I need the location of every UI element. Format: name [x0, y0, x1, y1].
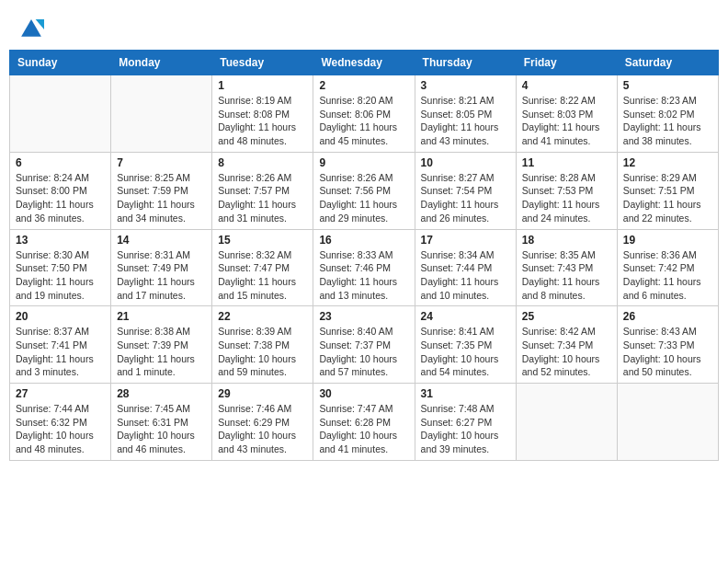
week-row-4: 20Sunrise: 8:37 AMSunset: 7:41 PMDayligh…	[10, 306, 719, 384]
day-info: Sunrise: 7:48 AMSunset: 6:27 PMDaylight:…	[421, 402, 510, 456]
day-info: Sunrise: 8:20 AMSunset: 8:06 PMDaylight:…	[319, 94, 408, 148]
day-info: Sunrise: 8:21 AMSunset: 8:05 PMDaylight:…	[421, 94, 510, 148]
calendar-cell	[10, 75, 111, 153]
day-info: Sunrise: 8:33 AMSunset: 7:46 PMDaylight:…	[319, 248, 408, 303]
calendar-cell: 4Sunrise: 8:22 AMSunset: 8:03 PMDaylight…	[516, 75, 617, 153]
calendar-header: SundayMondayTuesdayWednesdayThursdayFrid…	[10, 51, 719, 75]
calendar-cell: 19Sunrise: 8:36 AMSunset: 7:42 PMDayligh…	[617, 229, 718, 306]
calendar-cell: 1Sunrise: 8:19 AMSunset: 8:08 PMDaylight…	[212, 75, 313, 153]
calendar-cell: 31Sunrise: 7:48 AMSunset: 6:27 PMDayligh…	[415, 384, 516, 461]
day-info: Sunrise: 8:41 AMSunset: 7:35 PMDaylight:…	[421, 325, 510, 379]
calendar-cell: 6Sunrise: 8:24 AMSunset: 8:00 PMDaylight…	[10, 152, 111, 229]
header	[0, 0, 728, 50]
calendar-body: 1Sunrise: 8:19 AMSunset: 8:08 PMDaylight…	[10, 75, 719, 461]
day-info: Sunrise: 8:36 AMSunset: 7:42 PMDaylight:…	[623, 248, 712, 303]
calendar-table: SundayMondayTuesdayWednesdayThursdayFrid…	[9, 50, 719, 461]
day-header-saturday: Saturday	[617, 51, 718, 75]
calendar-cell: 9Sunrise: 8:26 AMSunset: 7:56 PMDaylight…	[313, 152, 415, 229]
day-info: Sunrise: 8:27 AMSunset: 7:54 PMDaylight:…	[421, 171, 510, 225]
day-info: Sunrise: 8:22 AMSunset: 8:03 PMDaylight:…	[522, 94, 611, 148]
calendar-cell: 21Sunrise: 8:38 AMSunset: 7:39 PMDayligh…	[111, 306, 212, 384]
calendar-cell: 14Sunrise: 8:31 AMSunset: 7:49 PMDayligh…	[111, 229, 212, 306]
calendar-cell: 17Sunrise: 8:34 AMSunset: 7:44 PMDayligh…	[415, 229, 516, 306]
day-number: 6	[16, 156, 105, 169]
day-info: Sunrise: 8:43 AMSunset: 7:33 PMDaylight:…	[623, 325, 712, 379]
day-info: Sunrise: 8:32 AMSunset: 7:47 PMDaylight:…	[218, 248, 307, 303]
day-number: 7	[117, 156, 206, 169]
calendar-cell: 5Sunrise: 8:23 AMSunset: 8:02 PMDaylight…	[617, 75, 718, 153]
calendar-cell: 12Sunrise: 8:29 AMSunset: 7:51 PMDayligh…	[617, 152, 718, 229]
week-row-2: 6Sunrise: 8:24 AMSunset: 8:00 PMDaylight…	[10, 152, 719, 229]
day-number: 8	[218, 156, 307, 169]
day-number: 9	[319, 156, 408, 169]
day-info: Sunrise: 8:38 AMSunset: 7:39 PMDaylight:…	[117, 325, 206, 379]
calendar-cell: 16Sunrise: 8:33 AMSunset: 7:46 PMDayligh…	[313, 229, 415, 306]
day-header-monday: Monday	[111, 51, 212, 75]
day-number: 13	[16, 234, 105, 247]
calendar-cell: 7Sunrise: 8:25 AMSunset: 7:59 PMDaylight…	[111, 152, 212, 229]
day-info: Sunrise: 8:29 AMSunset: 7:51 PMDaylight:…	[623, 171, 712, 225]
calendar-cell: 3Sunrise: 8:21 AMSunset: 8:05 PMDaylight…	[415, 75, 516, 153]
calendar-cell: 24Sunrise: 8:41 AMSunset: 7:35 PMDayligh…	[415, 306, 516, 384]
week-row-5: 27Sunrise: 7:44 AMSunset: 6:32 PMDayligh…	[10, 384, 719, 461]
calendar-cell: 30Sunrise: 7:47 AMSunset: 6:28 PMDayligh…	[313, 384, 415, 461]
day-number: 24	[421, 310, 510, 323]
calendar-cell: 10Sunrise: 8:27 AMSunset: 7:54 PMDayligh…	[415, 152, 516, 229]
day-number: 12	[623, 156, 712, 169]
day-number: 23	[319, 310, 408, 323]
calendar-cell: 11Sunrise: 8:28 AMSunset: 7:53 PMDayligh…	[516, 152, 617, 229]
calendar-cell: 25Sunrise: 8:42 AMSunset: 7:34 PMDayligh…	[516, 306, 617, 384]
day-info: Sunrise: 8:34 AMSunset: 7:44 PMDaylight:…	[421, 248, 510, 303]
calendar-cell	[617, 384, 718, 461]
day-number: 3	[421, 79, 510, 92]
day-number: 21	[117, 310, 206, 323]
day-number: 26	[623, 310, 712, 323]
calendar-cell: 18Sunrise: 8:35 AMSunset: 7:43 PMDayligh…	[516, 229, 617, 306]
day-number: 4	[522, 79, 611, 92]
day-number: 31	[421, 387, 510, 400]
calendar-cell: 20Sunrise: 8:37 AMSunset: 7:41 PMDayligh…	[10, 306, 111, 384]
day-info: Sunrise: 8:23 AMSunset: 8:02 PMDaylight:…	[623, 94, 712, 148]
calendar-cell: 23Sunrise: 8:40 AMSunset: 7:37 PMDayligh…	[313, 306, 415, 384]
logo-icon	[18, 17, 44, 42]
day-number: 30	[319, 387, 408, 400]
week-row-3: 13Sunrise: 8:30 AMSunset: 7:50 PMDayligh…	[10, 229, 719, 306]
calendar-cell: 8Sunrise: 8:26 AMSunset: 7:57 PMDaylight…	[212, 152, 313, 229]
calendar-wrapper: SundayMondayTuesdayWednesdayThursdayFrid…	[0, 50, 728, 470]
calendar-cell: 26Sunrise: 8:43 AMSunset: 7:33 PMDayligh…	[617, 306, 718, 384]
day-number: 17	[421, 234, 510, 247]
day-info: Sunrise: 8:19 AMSunset: 8:08 PMDaylight:…	[218, 94, 307, 148]
calendar-cell: 28Sunrise: 7:45 AMSunset: 6:31 PMDayligh…	[111, 384, 212, 461]
logo	[18, 17, 48, 42]
day-number: 28	[117, 387, 206, 400]
week-row-1: 1Sunrise: 8:19 AMSunset: 8:08 PMDaylight…	[10, 75, 719, 153]
calendar-cell: 29Sunrise: 7:46 AMSunset: 6:29 PMDayligh…	[212, 384, 313, 461]
day-info: Sunrise: 8:26 AMSunset: 7:56 PMDaylight:…	[319, 171, 408, 225]
day-number: 18	[522, 234, 611, 247]
day-number: 20	[16, 310, 105, 323]
day-info: Sunrise: 8:42 AMSunset: 7:34 PMDaylight:…	[522, 325, 611, 379]
calendar-cell: 15Sunrise: 8:32 AMSunset: 7:47 PMDayligh…	[212, 229, 313, 306]
day-info: Sunrise: 8:37 AMSunset: 7:41 PMDaylight:…	[16, 325, 105, 379]
day-number: 29	[218, 387, 307, 400]
day-info: Sunrise: 7:45 AMSunset: 6:31 PMDaylight:…	[117, 402, 206, 456]
day-info: Sunrise: 7:44 AMSunset: 6:32 PMDaylight:…	[16, 402, 105, 456]
calendar-cell: 22Sunrise: 8:39 AMSunset: 7:38 PMDayligh…	[212, 306, 313, 384]
day-header-tuesday: Tuesday	[212, 51, 313, 75]
day-number: 19	[623, 234, 712, 247]
day-info: Sunrise: 8:35 AMSunset: 7:43 PMDaylight:…	[522, 248, 611, 303]
calendar-cell	[111, 75, 212, 153]
calendar-cell: 2Sunrise: 8:20 AMSunset: 8:06 PMDaylight…	[313, 75, 415, 153]
day-number: 25	[522, 310, 611, 323]
day-info: Sunrise: 8:39 AMSunset: 7:38 PMDaylight:…	[218, 325, 307, 379]
day-header-thursday: Thursday	[415, 51, 516, 75]
day-number: 15	[218, 234, 307, 247]
day-info: Sunrise: 8:31 AMSunset: 7:49 PMDaylight:…	[117, 248, 206, 303]
day-number: 22	[218, 310, 307, 323]
day-number: 5	[623, 79, 712, 92]
day-info: Sunrise: 8:24 AMSunset: 8:00 PMDaylight:…	[16, 171, 105, 225]
day-header-friday: Friday	[516, 51, 617, 75]
day-number: 14	[117, 234, 206, 247]
day-info: Sunrise: 8:28 AMSunset: 7:53 PMDaylight:…	[522, 171, 611, 225]
day-info: Sunrise: 7:46 AMSunset: 6:29 PMDaylight:…	[218, 402, 307, 456]
